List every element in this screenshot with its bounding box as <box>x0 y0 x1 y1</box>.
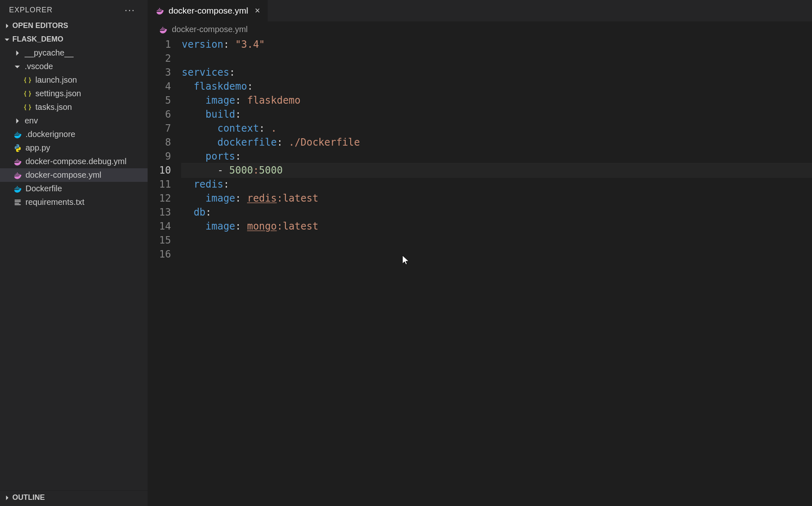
line-number: 14 <box>148 219 182 233</box>
chevron-right-icon <box>13 49 21 57</box>
tab-bar: docker-compose.yml × <box>148 0 812 21</box>
code-line[interactable]: image: mongo:latest <box>182 219 812 233</box>
line-number: 15 <box>148 233 182 247</box>
line-number-gutter: 12345678910111213141516 <box>148 37 182 506</box>
code-line[interactable]: - 5000:5000 <box>182 163 812 177</box>
explorer-title: EXPLORER <box>9 6 53 14</box>
docker-icon <box>13 171 22 180</box>
line-number: 1 <box>148 37 182 51</box>
file-settings-json[interactable]: settings.json <box>0 87 148 100</box>
project-section[interactable]: FLASK_DEMO <box>0 32 148 46</box>
file-tasks-json[interactable]: tasks.json <box>0 100 148 114</box>
code-line[interactable] <box>182 247 812 261</box>
line-number: 8 <box>148 135 182 149</box>
breadcrumb-label: docker-compose.yml <box>172 25 248 34</box>
line-number: 6 <box>148 107 182 121</box>
docker-icon <box>13 157 22 166</box>
file-label: docker-compose.debug.yml <box>25 157 143 166</box>
file-label: Dockerfile <box>25 184 143 193</box>
tab-docker-compose[interactable]: docker-compose.yml × <box>148 0 268 21</box>
code-line[interactable]: image: flaskdemo <box>182 93 812 107</box>
file-docker-compose-debug[interactable]: docker-compose.debug.yml <box>0 155 148 168</box>
code-line[interactable]: flaskdemo: <box>182 79 812 93</box>
line-number: 9 <box>148 149 182 163</box>
line-number: 2 <box>148 51 182 65</box>
code-line[interactable] <box>182 51 812 65</box>
folder-vscode[interactable]: .vscode <box>0 60 148 73</box>
braces-icon <box>23 89 32 98</box>
file-tree: __pycache__ .vscode launch.json settings… <box>0 46 148 490</box>
outline-label: OUTLINE <box>12 493 45 502</box>
line-number: 12 <box>148 191 182 205</box>
code-line[interactable]: context: . <box>182 121 812 135</box>
chevron-right-icon <box>3 22 11 30</box>
file-launch-json[interactable]: launch.json <box>0 73 148 87</box>
file-label: .dockerignore <box>25 130 143 139</box>
line-number: 3 <box>148 65 182 79</box>
code-line[interactable]: redis: <box>182 177 812 191</box>
line-number: 4 <box>148 79 182 93</box>
file-label: launch.json <box>35 75 143 85</box>
open-editors-label: OPEN EDITORS <box>12 21 68 30</box>
code-line[interactable]: build: <box>182 107 812 121</box>
line-number: 16 <box>148 247 182 261</box>
folder-env[interactable]: env <box>0 114 148 128</box>
docker-icon <box>13 184 22 193</box>
code-line[interactable]: services: <box>182 65 812 79</box>
file-app-py[interactable]: app.py <box>0 141 148 155</box>
docker-icon <box>159 25 168 34</box>
chevron-right-icon <box>13 117 21 125</box>
code-line[interactable]: dockerfile: ./Dockerfile <box>182 135 812 149</box>
open-editors-section[interactable]: OPEN EDITORS <box>0 19 148 32</box>
file-docker-compose[interactable]: docker-compose.yml <box>0 168 148 182</box>
folder-pycache[interactable]: __pycache__ <box>0 46 148 60</box>
line-number: 11 <box>148 177 182 191</box>
file-label: app.py <box>25 143 143 153</box>
file-dockerignore[interactable]: .dockerignore <box>0 128 148 141</box>
folder-label: .vscode <box>25 62 143 71</box>
file-label: tasks.json <box>35 102 143 112</box>
explorer-header: EXPLORER ··· <box>0 0 148 19</box>
code-line[interactable]: version: "3.4" <box>182 37 812 51</box>
file-label: requirements.txt <box>25 197 143 207</box>
file-dockerfile[interactable]: Dockerfile <box>0 182 148 195</box>
outline-section[interactable]: OUTLINE <box>0 491 148 504</box>
code-line[interactable] <box>182 233 812 247</box>
docker-icon <box>155 6 164 15</box>
code-line[interactable]: image: redis:latest <box>182 191 812 205</box>
code-editor[interactable]: 12345678910111213141516 version: "3.4"se… <box>148 37 812 506</box>
file-requirements[interactable]: requirements.txt <box>0 195 148 209</box>
close-icon[interactable]: × <box>252 5 260 16</box>
code-line[interactable]: ports: <box>182 149 812 163</box>
folder-label: env <box>25 116 143 125</box>
tab-label: docker-compose.yml <box>169 6 248 16</box>
mouse-cursor-icon <box>402 255 410 270</box>
code-content[interactable]: version: "3.4"services: flaskdemo: image… <box>182 37 812 506</box>
braces-icon <box>23 103 32 112</box>
file-label: settings.json <box>35 89 143 98</box>
line-number: 10 <box>148 163 182 177</box>
line-number: 7 <box>148 121 182 135</box>
line-number: 13 <box>148 205 182 219</box>
docker-icon <box>13 130 22 139</box>
explorer-sidebar: EXPLORER ··· OPEN EDITORS FLASK_DEMO __p… <box>0 0 148 506</box>
editor-area: docker-compose.yml × docker-compose.yml … <box>148 0 812 506</box>
python-icon <box>13 144 22 153</box>
line-number: 5 <box>148 93 182 107</box>
chevron-down-icon <box>13 63 21 71</box>
chevron-down-icon <box>3 36 11 43</box>
lines-icon <box>13 198 22 207</box>
explorer-more-icon[interactable]: ··· <box>125 4 142 16</box>
braces-icon <box>23 76 32 85</box>
breadcrumb[interactable]: docker-compose.yml <box>148 21 812 37</box>
project-label: FLASK_DEMO <box>12 35 63 44</box>
chevron-right-icon <box>3 494 11 501</box>
folder-label: __pycache__ <box>25 48 143 58</box>
file-label: docker-compose.yml <box>25 170 143 180</box>
code-line[interactable]: db: <box>182 205 812 219</box>
